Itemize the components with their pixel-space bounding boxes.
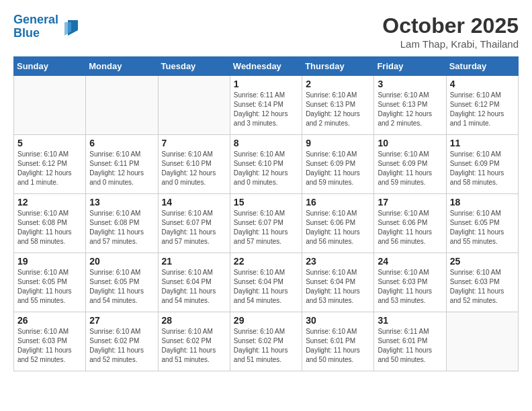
weekday-header-wednesday: Wednesday [230,57,302,76]
day-number: 18 [450,197,515,208]
calendar-cell: 18Sunrise: 6:10 AM Sunset: 6:05 PM Dayli… [446,194,518,253]
day-info: Sunrise: 6:10 AM Sunset: 6:07 PM Dayligh… [234,209,298,246]
calendar-cell: 14Sunrise: 6:10 AM Sunset: 6:07 PM Dayli… [158,194,230,253]
calendar-cell: 15Sunrise: 6:10 AM Sunset: 6:07 PM Dayli… [230,194,302,253]
weekday-header-friday: Friday [374,57,446,76]
page-header: GeneralBlue October 2025 Lam Thap, Krabi… [13,13,519,50]
day-number: 13 [89,197,154,208]
week-row-1: 1Sunrise: 6:11 AM Sunset: 6:14 PM Daylig… [14,76,519,135]
day-info: Sunrise: 6:10 AM Sunset: 6:03 PM Dayligh… [17,327,82,365]
calendar-cell: 9Sunrise: 6:10 AM Sunset: 6:09 PM Daylig… [302,135,374,194]
day-info: Sunrise: 6:10 AM Sunset: 6:08 PM Dayligh… [17,209,82,246]
calendar-cell: 6Sunrise: 6:10 AM Sunset: 6:11 PM Daylig… [86,135,158,194]
day-info: Sunrise: 6:10 AM Sunset: 6:06 PM Dayligh… [306,209,370,246]
day-number: 4 [450,79,515,89]
day-number: 12 [17,197,82,208]
day-info: Sunrise: 6:10 AM Sunset: 6:10 PM Dayligh… [162,150,226,187]
day-number: 29 [234,315,298,326]
week-row-5: 26Sunrise: 6:10 AM Sunset: 6:03 PM Dayli… [14,312,519,371]
calendar-cell: 3Sunrise: 6:10 AM Sunset: 6:13 PM Daylig… [374,76,446,135]
calendar-cell: 23Sunrise: 6:10 AM Sunset: 6:04 PM Dayli… [302,253,374,312]
day-info: Sunrise: 6:10 AM Sunset: 6:04 PM Dayligh… [306,268,370,306]
day-number: 3 [378,79,442,89]
day-number: 10 [378,138,442,148]
calendar-cell: 11Sunrise: 6:10 AM Sunset: 6:09 PM Dayli… [446,135,518,194]
calendar-cell: 13Sunrise: 6:10 AM Sunset: 6:08 PM Dayli… [86,194,158,253]
calendar-cell: 27Sunrise: 6:10 AM Sunset: 6:02 PM Dayli… [86,312,158,371]
day-info: Sunrise: 6:10 AM Sunset: 6:03 PM Dayligh… [378,268,442,306]
calendar-cell: 7Sunrise: 6:10 AM Sunset: 6:10 PM Daylig… [158,135,230,194]
day-info: Sunrise: 6:10 AM Sunset: 6:12 PM Dayligh… [17,150,82,187]
calendar-cell: 29Sunrise: 6:10 AM Sunset: 6:02 PM Dayli… [230,312,302,371]
day-info: Sunrise: 6:10 AM Sunset: 6:02 PM Dayligh… [162,327,226,365]
day-number: 30 [306,315,370,326]
day-number: 25 [450,256,515,267]
calendar-cell [446,312,518,371]
day-number: 27 [89,315,154,326]
weekday-header-sunday: Sunday [14,57,86,76]
day-info: Sunrise: 6:10 AM Sunset: 6:06 PM Dayligh… [378,209,442,246]
week-row-4: 19Sunrise: 6:10 AM Sunset: 6:05 PM Dayli… [14,253,519,312]
calendar-cell: 19Sunrise: 6:10 AM Sunset: 6:05 PM Dayli… [14,253,86,312]
calendar-cell: 26Sunrise: 6:10 AM Sunset: 6:03 PM Dayli… [14,312,86,371]
month-title: October 2025 [382,13,519,38]
day-info: Sunrise: 6:11 AM Sunset: 6:14 PM Dayligh… [234,91,298,128]
calendar-cell: 21Sunrise: 6:10 AM Sunset: 6:04 PM Dayli… [158,253,230,312]
day-info: Sunrise: 6:10 AM Sunset: 6:09 PM Dayligh… [378,150,442,187]
logo-text: GeneralBlue [13,13,58,40]
day-info: Sunrise: 6:11 AM Sunset: 6:01 PM Dayligh… [378,327,442,365]
day-number: 7 [162,138,226,148]
day-info: Sunrise: 6:10 AM Sunset: 6:05 PM Dayligh… [450,209,515,246]
calendar-cell: 2Sunrise: 6:10 AM Sunset: 6:13 PM Daylig… [302,76,374,135]
day-number: 5 [17,138,82,148]
day-info: Sunrise: 6:10 AM Sunset: 6:11 PM Dayligh… [89,150,154,187]
calendar-cell: 5Sunrise: 6:10 AM Sunset: 6:12 PM Daylig… [14,135,86,194]
week-row-2: 5Sunrise: 6:10 AM Sunset: 6:12 PM Daylig… [14,135,519,194]
calendar-cell: 8Sunrise: 6:10 AM Sunset: 6:10 PM Daylig… [230,135,302,194]
day-number: 19 [17,256,82,267]
day-number: 21 [162,256,226,267]
logo: GeneralBlue [13,13,81,40]
day-info: Sunrise: 6:10 AM Sunset: 6:03 PM Dayligh… [450,268,515,306]
day-number: 31 [378,315,442,326]
calendar-cell: 31Sunrise: 6:11 AM Sunset: 6:01 PM Dayli… [374,312,446,371]
calendar-cell: 16Sunrise: 6:10 AM Sunset: 6:06 PM Dayli… [302,194,374,253]
location: Lam Thap, Krabi, Thailand [382,38,519,50]
day-info: Sunrise: 6:10 AM Sunset: 6:02 PM Dayligh… [89,327,154,365]
day-number: 24 [378,256,442,267]
weekday-header-row: SundayMondayTuesdayWednesdayThursdayFrid… [14,57,519,76]
day-number: 14 [162,197,226,208]
day-number: 26 [17,315,82,326]
calendar-cell: 24Sunrise: 6:10 AM Sunset: 6:03 PM Dayli… [374,253,446,312]
week-row-3: 12Sunrise: 6:10 AM Sunset: 6:08 PM Dayli… [14,194,519,253]
day-info: Sunrise: 6:10 AM Sunset: 6:05 PM Dayligh… [17,268,82,306]
day-number: 11 [450,138,515,148]
calendar-cell: 20Sunrise: 6:10 AM Sunset: 6:05 PM Dayli… [86,253,158,312]
calendar-cell [14,76,86,135]
day-number: 23 [306,256,370,267]
day-number: 9 [306,138,370,148]
day-number: 6 [89,138,154,148]
day-info: Sunrise: 6:10 AM Sunset: 6:13 PM Dayligh… [378,91,442,128]
day-number: 16 [306,197,370,208]
calendar-cell: 25Sunrise: 6:10 AM Sunset: 6:03 PM Dayli… [446,253,518,312]
day-info: Sunrise: 6:10 AM Sunset: 6:10 PM Dayligh… [234,150,298,187]
weekday-header-thursday: Thursday [302,57,374,76]
day-info: Sunrise: 6:10 AM Sunset: 6:12 PM Dayligh… [450,91,515,128]
calendar-table: SundayMondayTuesdayWednesdayThursdayFrid… [13,56,519,371]
day-info: Sunrise: 6:10 AM Sunset: 6:08 PM Dayligh… [89,209,154,246]
calendar-cell: 1Sunrise: 6:11 AM Sunset: 6:14 PM Daylig… [230,76,302,135]
calendar-cell: 17Sunrise: 6:10 AM Sunset: 6:06 PM Dayli… [374,194,446,253]
day-info: Sunrise: 6:10 AM Sunset: 6:07 PM Dayligh… [162,209,226,246]
day-info: Sunrise: 6:10 AM Sunset: 6:05 PM Dayligh… [89,268,154,306]
day-info: Sunrise: 6:10 AM Sunset: 6:13 PM Dayligh… [306,91,370,128]
day-info: Sunrise: 6:10 AM Sunset: 6:04 PM Dayligh… [162,268,226,306]
calendar-cell: 22Sunrise: 6:10 AM Sunset: 6:04 PM Dayli… [230,253,302,312]
calendar-cell: 4Sunrise: 6:10 AM Sunset: 6:12 PM Daylig… [446,76,518,135]
weekday-header-saturday: Saturday [446,57,518,76]
day-info: Sunrise: 6:10 AM Sunset: 6:09 PM Dayligh… [306,150,370,187]
calendar-cell [158,76,230,135]
day-number: 8 [234,138,298,148]
day-info: Sunrise: 6:10 AM Sunset: 6:02 PM Dayligh… [234,327,298,365]
calendar-cell: 28Sunrise: 6:10 AM Sunset: 6:02 PM Dayli… [158,312,230,371]
